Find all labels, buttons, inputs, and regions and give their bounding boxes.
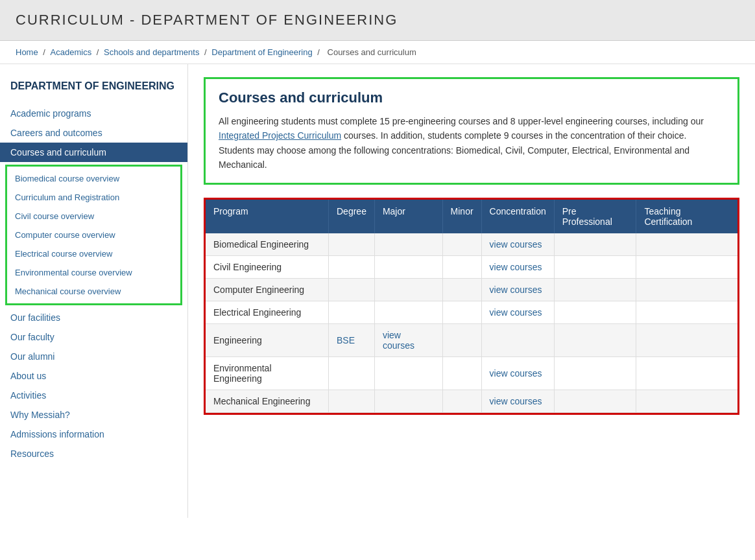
breadcrumb: Home / Academics / Schools and departmen… xyxy=(0,41,755,64)
cell-pre_professional xyxy=(554,255,636,278)
cell-pre_professional xyxy=(554,278,636,301)
sidebar-sub-group: Biomedical course overview Curriculum an… xyxy=(5,165,182,305)
sidebar-item-our-alumni[interactable]: Our alumni xyxy=(0,347,187,366)
cell-pre_professional xyxy=(554,233,636,256)
sidebar-item-biomedical[interactable]: Biomedical course overview xyxy=(7,169,180,188)
sidebar-item-resources[interactable]: Resources xyxy=(0,444,187,463)
cell-minor xyxy=(442,255,481,278)
sidebar-dept-title: DEPARTMENT OF ENGINEERING xyxy=(0,75,187,104)
sidebar-item-about-us[interactable]: About us xyxy=(0,366,187,386)
breadcrumb-schools[interactable]: Schools and departments xyxy=(104,47,199,57)
sidebar-item-careers[interactable]: Careers and outcomes xyxy=(0,123,187,143)
table-row: Biomedical Engineeringview courses xyxy=(206,233,737,256)
integrated-projects-link[interactable]: Integrated Projects Curriculum xyxy=(219,130,341,141)
courses-table-section: Program Degree Major Minor Concentration… xyxy=(204,198,739,415)
sidebar-item-courses-curriculum[interactable]: Courses and curriculum xyxy=(0,143,187,162)
intro-text-1: All engineering students must complete 1… xyxy=(219,116,704,126)
cell-program: Engineering xyxy=(206,323,329,356)
cell-teaching_certification xyxy=(636,233,737,256)
cell-teaching_certification xyxy=(636,301,737,323)
cell-concentration[interactable]: view courses xyxy=(481,301,554,323)
breadcrumb-dept[interactable]: Department of Engineering xyxy=(211,47,312,57)
cell-concentration[interactable]: view courses xyxy=(481,233,554,256)
cell-major xyxy=(374,356,442,390)
sidebar-item-why-messiah[interactable]: Why Messiah? xyxy=(0,405,187,425)
sidebar-item-academic-programs[interactable]: Academic programs xyxy=(0,104,187,123)
col-pre-professional: Pre Professional xyxy=(554,200,636,233)
cell-degree xyxy=(329,301,375,323)
cell-concentration xyxy=(481,323,554,356)
cell-minor xyxy=(442,233,481,256)
cell-concentration[interactable]: view courses xyxy=(481,356,554,390)
page-header: CURRICULUM - DEPARTMENT OF ENGINEERING xyxy=(0,0,755,41)
col-program: Program xyxy=(206,200,329,233)
cell-teaching_certification xyxy=(636,390,737,412)
view-courses-link[interactable]: view courses xyxy=(490,368,542,379)
cell-pre_professional xyxy=(554,323,636,356)
view-courses-link[interactable]: view courses xyxy=(490,396,542,406)
cell-major xyxy=(374,255,442,278)
cell-major xyxy=(374,301,442,323)
view-courses-link[interactable]: view courses xyxy=(383,330,414,351)
cell-program: Biomedical Engineering xyxy=(206,233,329,256)
main-content: Courses and curriculum All engineering s… xyxy=(188,64,755,518)
view-courses-link[interactable]: view courses xyxy=(490,307,542,318)
col-degree: Degree xyxy=(329,200,375,233)
view-courses-link[interactable]: view courses xyxy=(490,239,542,250)
cell-degree[interactable]: BSE xyxy=(329,323,375,356)
cell-program: Environmental Engineering xyxy=(206,356,329,390)
cell-pre_professional xyxy=(554,301,636,323)
cell-degree xyxy=(329,390,375,412)
breadcrumb-academics[interactable]: Academics xyxy=(51,47,92,57)
sidebar-item-activities[interactable]: Activities xyxy=(0,386,187,405)
sidebar-item-admissions[interactable]: Admissions information xyxy=(0,425,187,444)
cell-program: Electrical Engineering xyxy=(206,301,329,323)
cell-minor xyxy=(442,301,481,323)
sidebar-item-mechanical[interactable]: Mechanical course overview xyxy=(7,282,180,301)
cell-degree xyxy=(329,233,375,256)
view-courses-link[interactable]: view courses xyxy=(490,262,542,272)
table-row: Civil Engineeringview courses xyxy=(206,255,737,278)
sidebar-item-environmental[interactable]: Environmental course overview xyxy=(7,263,180,282)
table-header-row: Program Degree Major Minor Concentration… xyxy=(206,200,737,233)
cell-degree xyxy=(329,255,375,278)
cell-teaching_certification xyxy=(636,323,737,356)
bse-link[interactable]: BSE xyxy=(337,335,355,345)
cell-minor xyxy=(442,323,481,356)
table-row: EngineeringBSEview courses xyxy=(206,323,737,356)
sidebar-item-our-facilities[interactable]: Our facilities xyxy=(0,308,187,327)
col-minor: Minor xyxy=(442,200,481,233)
cell-teaching_certification xyxy=(636,356,737,390)
courses-intro-section: Courses and curriculum All engineering s… xyxy=(204,77,739,185)
sidebar-item-electrical[interactable]: Electrical course overview xyxy=(7,244,180,263)
sidebar-item-civil[interactable]: Civil course overview xyxy=(7,207,180,226)
cell-major xyxy=(374,278,442,301)
cell-pre_professional xyxy=(554,390,636,412)
breadcrumb-current: Courses and curriculum xyxy=(328,47,416,57)
sidebar-item-our-faculty[interactable]: Our faculty xyxy=(0,327,187,347)
col-teaching-cert: Teaching Certification xyxy=(636,200,737,233)
col-major: Major xyxy=(374,200,442,233)
page-title: CURRICULUM - DEPARTMENT OF ENGINEERING xyxy=(16,12,739,29)
cell-minor xyxy=(442,356,481,390)
cell-major[interactable]: view courses xyxy=(374,323,442,356)
courses-intro-paragraph: All engineering students must complete 1… xyxy=(219,114,725,172)
cell-minor xyxy=(442,390,481,412)
cell-degree xyxy=(329,356,375,390)
cell-pre_professional xyxy=(554,356,636,390)
view-courses-link[interactable]: view courses xyxy=(490,285,542,295)
cell-minor xyxy=(442,278,481,301)
cell-concentration[interactable]: view courses xyxy=(481,255,554,278)
cell-teaching_certification xyxy=(636,278,737,301)
table-row: Electrical Engineeringview courses xyxy=(206,301,737,323)
table-row: Environmental Engineeringview courses xyxy=(206,356,737,390)
cell-concentration[interactable]: view courses xyxy=(481,278,554,301)
col-concentration: Concentration xyxy=(481,200,554,233)
cell-concentration[interactable]: view courses xyxy=(481,390,554,412)
sidebar-item-computer[interactable]: Computer course overview xyxy=(7,226,180,244)
cell-program: Computer Engineering xyxy=(206,278,329,301)
sidebar-item-curriculum-reg[interactable]: Curriculum and Registration xyxy=(7,188,180,207)
breadcrumb-home[interactable]: Home xyxy=(16,47,38,57)
main-layout: DEPARTMENT OF ENGINEERING Academic progr… xyxy=(0,64,755,518)
courses-table: Program Degree Major Minor Concentration… xyxy=(206,200,737,413)
